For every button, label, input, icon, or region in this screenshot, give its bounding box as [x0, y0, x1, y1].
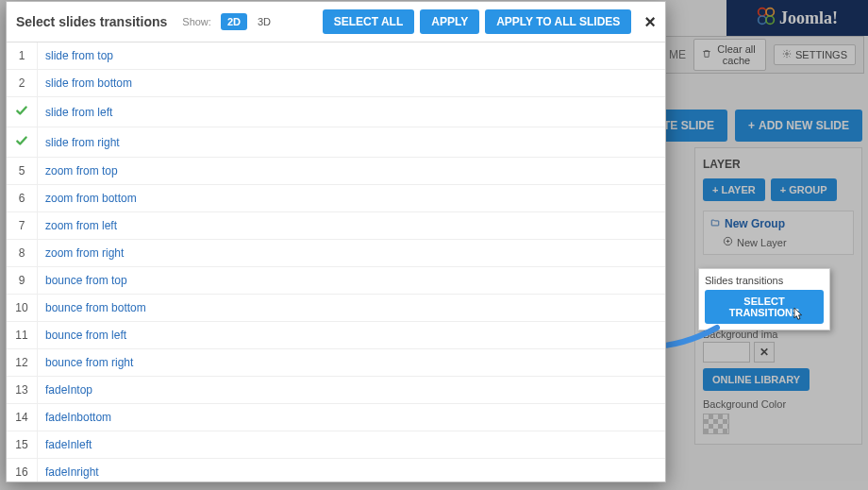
transition-index: 15 — [7, 431, 38, 459]
transition-name: bounce from bottom — [38, 295, 666, 322]
transition-name: fadeIntop — [38, 377, 666, 404]
transition-name: slide from top — [38, 42, 666, 70]
transition-index: 10 — [7, 295, 38, 322]
transition-index — [7, 127, 38, 158]
transition-row[interactable]: 1slide from top — [7, 42, 665, 70]
show-label: Show: — [182, 16, 211, 27]
seg-2d[interactable]: 2D — [221, 13, 247, 30]
transition-index: 14 — [7, 404, 38, 431]
transition-row[interactable]: 14fadeInbottom — [7, 404, 665, 431]
apply-button[interactable]: APPLY — [420, 9, 479, 34]
transition-row[interactable]: 10bounce from bottom — [7, 295, 665, 322]
transition-index: 6 — [7, 185, 38, 212]
dimension-segmented: 2D 3D — [221, 13, 277, 30]
select-all-button[interactable]: SELECT ALL — [323, 9, 415, 34]
transition-row[interactable]: 2slide from bottom — [7, 70, 665, 97]
transition-index: 12 — [7, 349, 38, 377]
modal-close-button[interactable]: × — [644, 12, 656, 31]
transitions-popover: Slides transitions SELECT TRANSITIONS — [698, 268, 830, 330]
transition-row[interactable]: 13fadeIntop — [7, 377, 665, 404]
check-icon — [14, 137, 29, 150]
transition-name: fadeInleft — [38, 431, 666, 459]
transition-index: 11 — [7, 322, 38, 349]
transition-name: fadeInbottom — [38, 404, 666, 431]
transition-index: 7 — [7, 212, 38, 240]
transition-row[interactable]: 8zoom from right — [7, 240, 665, 267]
transitions-modal: Select slides transitions Show: 2D 3D SE… — [6, 1, 666, 482]
transition-name: bounce from left — [38, 322, 666, 349]
transition-name: fadeInright — [38, 459, 666, 482]
select-transitions-button[interactable]: SELECT TRANSITIONS — [705, 290, 824, 324]
modal-header: Select slides transitions Show: 2D 3D SE… — [7, 2, 665, 42]
transition-name: zoom from top — [38, 158, 666, 185]
transition-name: zoom from right — [38, 240, 666, 267]
transitions-list[interactable]: 1slide from top2slide from bottomslide f… — [7, 42, 665, 482]
transition-row[interactable]: 7zoom from left — [7, 212, 665, 240]
transition-name: bounce from top — [38, 267, 666, 295]
transition-row[interactable]: 15fadeInleft — [7, 431, 665, 459]
transition-index: 13 — [7, 377, 38, 404]
transition-name: slide from right — [38, 127, 666, 158]
transition-name: zoom from left — [38, 212, 666, 240]
check-icon — [14, 107, 29, 120]
transition-index: 16 — [7, 459, 38, 482]
transition-name: bounce from right — [38, 349, 666, 377]
popover-title: Slides transitions — [705, 275, 824, 286]
transition-row[interactable]: slide from left — [7, 97, 665, 127]
transition-index: 5 — [7, 158, 38, 185]
transition-name: slide from bottom — [38, 70, 666, 97]
transition-index: 8 — [7, 240, 38, 267]
transition-row[interactable]: 12bounce from right — [7, 349, 665, 377]
transition-row[interactable]: 9bounce from top — [7, 267, 665, 295]
transition-index: 9 — [7, 267, 38, 295]
transition-index: 2 — [7, 70, 38, 97]
modal-title: Select slides transitions — [16, 14, 167, 29]
transition-row[interactable]: slide from right — [7, 127, 665, 158]
select-transitions-label: SELECT TRANSITIONS — [714, 296, 814, 318]
transition-row[interactable]: 16fadeInright — [7, 459, 665, 482]
transition-index — [7, 97, 38, 127]
transition-row[interactable]: 6zoom from bottom — [7, 185, 665, 212]
transition-row[interactable]: 11bounce from left — [7, 322, 665, 349]
transition-index: 1 — [7, 42, 38, 70]
apply-all-button[interactable]: APPLY TO ALL SLIDES — [485, 9, 631, 34]
transition-name: zoom from bottom — [38, 185, 666, 212]
seg-3d[interactable]: 3D — [251, 13, 277, 30]
transition-row[interactable]: 5zoom from top — [7, 158, 665, 185]
transition-name: slide from left — [38, 97, 666, 127]
